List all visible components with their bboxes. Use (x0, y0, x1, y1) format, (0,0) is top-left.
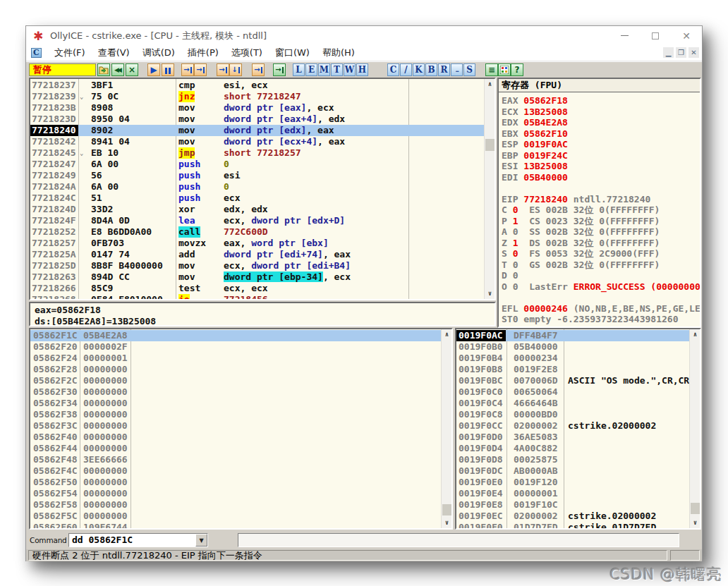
register-line[interactable]: EFL 00000246 (NO,NB,E,BE,NS,PE,GE,LE (502, 303, 700, 315)
register-line[interactable]: EDI 05B40000 (502, 172, 700, 183)
register-line[interactable]: O 0 LastErr ERROR_SUCCESS (00000000 (502, 281, 700, 293)
stack-pane[interactable]: 0019F0ACDFF4B4F70019F0B005B400000019F0B4… (455, 328, 701, 530)
scroll-down-icon[interactable]: ∨ (690, 518, 700, 528)
stack-row[interactable]: 0019F0CC02000002cstrike.02000002 (456, 420, 689, 432)
stack-row[interactable]: 0019F0ACDFF4B4F7 (456, 330, 689, 341)
dump-row[interactable]: 05862F4000000000 (30, 432, 441, 443)
pause-button[interactable] (162, 63, 174, 76)
register-line[interactable]: P 1 CS 0023 32位 0(FFFFFFFF) (502, 216, 700, 227)
run-button[interactable]: ▶ (147, 63, 160, 76)
menu-H[interactable]: 帮助(H) (316, 45, 361, 61)
disasm-row[interactable]: 7721825A0147 74adddword ptr [edi+74], ea… (30, 249, 484, 260)
info-pane[interactable]: eax=05862F18ds:[05B4E2A8]=13B25008 (29, 302, 496, 326)
scroll-down-icon[interactable]: ∨ (442, 518, 452, 528)
stack-row[interactable]: 0019F0C800000BD0 (456, 409, 689, 420)
dump-row[interactable]: 05862F60109F6744 (30, 522, 441, 530)
menu-V[interactable]: 查看(V) (92, 45, 136, 61)
stack-row[interactable]: 0019F0E80019F10C (456, 499, 689, 511)
disasm-row[interactable]: 7721826685C9testecx, ecx (30, 283, 484, 294)
dump-row[interactable]: 05862F5C00000000 (30, 511, 441, 522)
view-button-L[interactable]: L (293, 63, 305, 76)
menu-F[interactable]: 文件(F) (48, 45, 92, 61)
dropdown-arrow-icon[interactable]: ▼ (195, 534, 207, 547)
dump-row[interactable]: 05862F3000000000 (30, 386, 441, 398)
dump-row[interactable]: 05862F2400000001 (30, 353, 441, 364)
register-line[interactable]: EAX 05862F18 (502, 95, 700, 106)
scroll-up-icon[interactable]: ∧ (442, 329, 452, 340)
disasm-row[interactable]: 772182680F84 E8010000je77218456 (30, 294, 484, 300)
dump-row[interactable]: 05862F5800000000 (30, 499, 441, 511)
dump-row[interactable]: 05862F3800000000 (30, 409, 441, 420)
register-line[interactable]: EIP 77218240 ntdll.77218240 (502, 194, 700, 205)
stack-row[interactable]: 0019F0D036AE5083 (456, 432, 689, 443)
dump-scrollbar[interactable]: ∧ ∨ (441, 329, 451, 528)
step-over-button[interactable]: → (194, 63, 207, 76)
view-button-E[interactable]: E (305, 63, 317, 76)
mdi-close-button[interactable]: ✕ (688, 47, 699, 58)
mdi-restore-button[interactable]: ❐ (676, 47, 686, 58)
view-button-B[interactable]: B (425, 63, 437, 76)
stack-row[interactable]: 0019F0C44666464B (456, 398, 689, 409)
minimize-button[interactable] (609, 26, 640, 45)
register-line[interactable]: ESP 0019F0AC (502, 139, 700, 150)
disasm-row[interactable]: 7721825D8B8F B4000000movecx, dword ptr [… (30, 260, 484, 271)
view-button-M[interactable]: M (318, 63, 330, 76)
mdi-minimize-button[interactable]: ▁ (663, 47, 674, 58)
view-button-S[interactable]: S (463, 63, 475, 76)
dump-row[interactable]: 05862F5400000000 (30, 488, 441, 499)
register-line[interactable] (502, 183, 700, 194)
scroll-thumb[interactable] (442, 504, 451, 515)
disasm-row[interactable]: 7721824A6A 00push0 (30, 181, 484, 193)
dump-row[interactable]: 05862F2800000000 (30, 364, 441, 375)
register-line[interactable]: C 0 ES 002B 32位 0(FFFFFFFF) (502, 205, 700, 216)
disasm-row[interactable]: 7721824956pushesi (30, 170, 484, 181)
scroll-down-icon[interactable]: ∨ (485, 288, 495, 299)
animate-into-button[interactable]: → (217, 63, 229, 76)
scroll-up-icon[interactable]: ∧ (485, 79, 495, 90)
maximize-button[interactable] (640, 26, 671, 45)
execute-till-return-button[interactable]: → (252, 63, 265, 76)
stack-scrollbar[interactable]: ∧ ∨ (689, 329, 700, 528)
register-line[interactable]: ST0 empty -6.2359373223443981260 (502, 314, 700, 325)
stack-row[interactable]: 0019F0BC0070006DASCII "OS mode.",CR,CR (456, 375, 689, 386)
disasm-row[interactable]: 772182373BF1cmpesi, ecx (30, 80, 484, 91)
dump-row[interactable]: 05862F1C05B4E2A8 (30, 330, 441, 341)
register-line[interactable]: EBP 0019F24C (502, 150, 700, 161)
disasm-row[interactable]: 772182570FB703movzxeax, word ptr [ebx] (30, 238, 484, 249)
disasm-row[interactable]: 7721824C51pushecx (30, 193, 484, 204)
stack-row[interactable]: 0019F0E400000001 (456, 488, 689, 499)
stack-row[interactable]: 0019F0B80019F2E8 (456, 364, 689, 375)
view-button-H[interactable]: H (356, 63, 368, 76)
view-button-R[interactable]: R (438, 63, 450, 76)
disasm-row[interactable]: 7721823B8908movdword ptr [eax], ecx (30, 102, 484, 114)
dump-row[interactable]: 05862F483EE66666 (30, 454, 441, 465)
animate-over-button[interactable]: ↓ (229, 63, 242, 76)
view-button-K[interactable]: K (413, 63, 425, 76)
view-button-slash[interactable]: / (400, 63, 412, 76)
disasm-row[interactable]: 77218263894D CCmovdword ptr [ebp-34], ec… (30, 271, 484, 283)
stack-row[interactable]: 0019F0F001D7D7EDcstrike.01D7D7ED (456, 522, 689, 530)
step-into-button[interactable]: → (181, 63, 194, 76)
disasm-row[interactable]: 77218245⌄EB 10jmpshort 77218257 (30, 147, 484, 159)
register-line[interactable]: EBX 05862F10 (502, 128, 700, 140)
view-button-C[interactable]: C (387, 63, 399, 76)
disasm-row[interactable]: 7721824F8D4A 0Dleaecx, dword ptr [edx+D] (30, 215, 484, 226)
disasm-row[interactable]: 772182476A 00push0 (30, 159, 484, 170)
stack-row[interactable]: 0019F0B400000234 (456, 353, 689, 364)
disasm-row[interactable]: 772182428941 04movdword ptr [ecx+4], eax (30, 136, 484, 147)
register-line[interactable] (502, 292, 700, 303)
dump-row[interactable]: 05862F2C00000000 (30, 375, 441, 386)
stack-row[interactable]: 0019F0E00019F120 (456, 477, 689, 488)
dump-row[interactable]: 05862F3400000000 (30, 398, 441, 409)
close-button[interactable]: ✕ (671, 26, 702, 45)
command-input[interactable]: dd 05862F1C ▼ (68, 533, 208, 547)
help-button[interactable]: ? (511, 63, 523, 76)
view-button-W[interactable]: W (344, 63, 356, 76)
dump-row[interactable]: 05862F200000002F (30, 341, 441, 353)
menu-P[interactable]: 插件(P) (181, 45, 225, 61)
view-button-T[interactable]: T (331, 63, 343, 76)
register-line[interactable]: S 0 FS 0053 32位 2C9000(FFF) (502, 248, 700, 260)
options-button[interactable]: ≡ (485, 63, 498, 76)
register-line[interactable]: ECX 13B25008 (502, 106, 700, 118)
scroll-thumb[interactable] (485, 139, 495, 151)
